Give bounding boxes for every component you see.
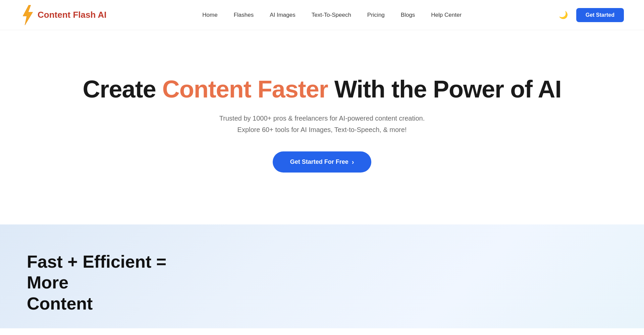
nav-blogs[interactable]: Blogs [401,12,415,18]
nav-flashes[interactable]: Flashes [234,12,254,18]
bottom-title: Fast + Efficient = More Content [27,251,195,314]
dark-mode-toggle[interactable]: 🌙 [557,9,570,21]
hero-cta-label: Get Started For Free [290,158,348,165]
hero-cta-button[interactable]: Get Started For Free › [273,151,372,173]
navbar-cta-button[interactable]: Get Started [576,8,624,22]
nav-ai-images[interactable]: AI Images [270,12,296,18]
logo-icon [20,5,34,25]
hero-title-dark2: With the Power of AI [334,76,561,103]
brand-name: Content Flash AI [38,10,107,20]
svg-marker-0 [23,5,33,25]
nav-links: Home Flashes AI Images Text-To-Speech Pr… [202,12,462,18]
hero-section: Create Content Faster With the Power of … [0,30,644,224]
bottom-title-line2: Content [27,294,93,313]
nav-home[interactable]: Home [202,12,217,18]
bottom-title-line1: Fast + Efficient = More [27,252,166,292]
hero-title-orange: Content Faster [162,76,328,103]
bottom-section: Fast + Efficient = More Content [0,224,644,328]
nav-help-center[interactable]: Help Center [431,12,462,18]
hero-title: Create Content Faster With the Power of … [83,75,561,103]
hero-subtitle-line1: Trusted by 1000+ pros & freelancers for … [219,115,425,122]
hero-subtitle-line2: Explore 60+ tools for AI Images, Text-to… [237,126,407,133]
nav-pricing[interactable]: Pricing [367,12,385,18]
hero-subtitle: Trusted by 1000+ pros & freelancers for … [219,113,425,135]
hero-cta-arrow: › [352,158,354,166]
nav-text-to-speech[interactable]: Text-To-Speech [312,12,351,18]
logo-link[interactable]: Content Flash AI [20,5,107,25]
nav-right: 🌙 Get Started [557,8,624,22]
hero-title-dark1: Create [83,76,156,103]
navbar: Content Flash AI Home Flashes AI Images … [0,0,644,30]
